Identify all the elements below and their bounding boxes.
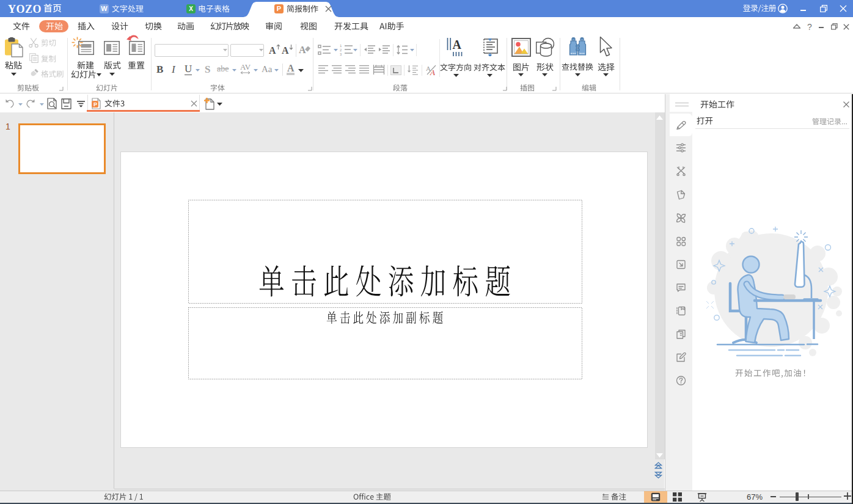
svg-text:AV: AV [240, 64, 251, 71]
svg-text:P: P [93, 101, 97, 108]
svg-text:A: A [430, 68, 435, 76]
svg-text:A: A [453, 38, 462, 51]
svg-text:1: 1 [340, 44, 342, 48]
svg-text:3: 3 [340, 53, 342, 56]
svg-text:2: 2 [340, 48, 342, 52]
